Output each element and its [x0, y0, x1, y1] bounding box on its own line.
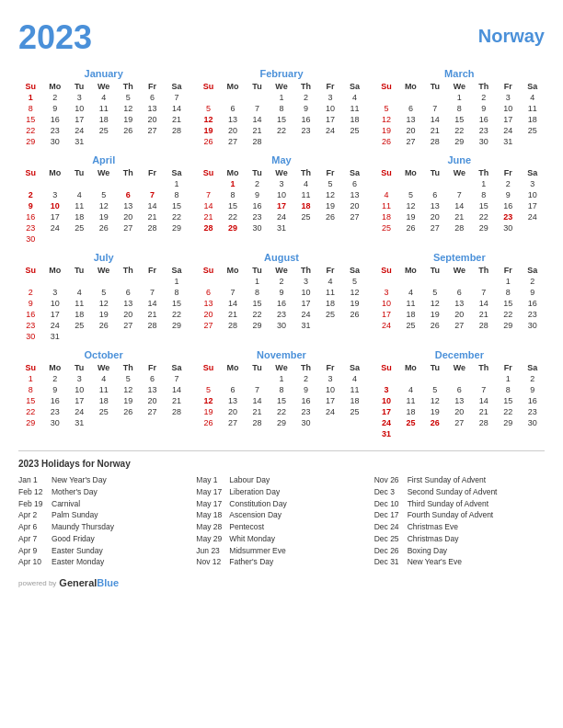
holiday-col-3: Nov 26First Sunday of AdventDec 3Second … [374, 474, 545, 568]
holiday-date: Jan 1 [18, 474, 48, 486]
holiday-section: 2023 Holidays for Norway Jan 1New Year's… [18, 450, 545, 568]
holiday-date: May 17 [196, 498, 225, 510]
brand-label: GeneralBlue [59, 577, 119, 588]
holiday-col-1: Jan 1New Year's DayFeb 12Mother's DayFeb… [18, 474, 189, 568]
holiday-date: Apr 2 [18, 509, 48, 521]
holiday-date: Apr 7 [18, 533, 48, 545]
holiday-date: Dec 10 [374, 498, 404, 510]
month-table: SuMoTuWeThFrSa12345678910111213141516171… [374, 362, 545, 439]
holiday-name: Maundy Thursday [52, 521, 114, 533]
holiday-date: May 17 [196, 486, 225, 498]
holiday-name: Father's Day [229, 556, 273, 568]
holiday-name: Midsummer Eve [229, 545, 285, 557]
country-label: Norway [478, 18, 545, 47]
holiday-date: Dec 25 [374, 533, 404, 545]
holiday-item: Apr 6Maundy Thursday [18, 521, 189, 533]
month-table: SuMoTuWeThFrSa12345678910111213141516171… [18, 362, 189, 428]
footer: powered by GeneralBlue [18, 577, 545, 588]
holiday-name: Labour Day [229, 474, 270, 486]
month-block-march: MarchSuMoTuWeThFrSa123456789101112131415… [374, 68, 545, 147]
holiday-item: Nov 26First Sunday of Advent [374, 474, 545, 486]
month-table: SuMoTuWeThFrSa12345678910111213141516171… [18, 167, 189, 245]
holiday-name: Easter Sunday [52, 545, 103, 557]
holiday-item: Dec 25Christmas Day [374, 533, 545, 545]
holiday-date: May 18 [196, 509, 225, 521]
holiday-date: Jun 23 [196, 545, 225, 557]
month-block-december: DecemberSuMoTuWeThFrSa123456789101112131… [374, 349, 545, 439]
month-table: SuMoTuWeThFrSa12345678910111213141516171… [18, 81, 189, 147]
holiday-name: Christmas Eve [408, 521, 458, 533]
holiday-item: Dec 17Fourth Sunday of Advent [374, 509, 545, 521]
holiday-name: New Year's Eve [408, 556, 462, 568]
month-table: SuMoTuWeThFrSa12345678910111213141516171… [196, 265, 366, 331]
holiday-item: Jan 1New Year's Day [18, 474, 189, 486]
holiday-item: May 17Constitution Day [196, 498, 366, 510]
holiday-date: Dec 31 [374, 556, 404, 568]
month-table: SuMoTuWeThFrSa12345678910111213141516171… [374, 81, 545, 147]
holiday-item: Feb 12Mother's Day [18, 486, 189, 498]
holiday-name: Ascension Day [229, 509, 282, 521]
holiday-item: Apr 2Palm Sunday [18, 509, 189, 521]
month-title: August [196, 252, 366, 263]
powered-by-label: powered by [18, 579, 56, 587]
holiday-item: Dec 31New Year's Eve [374, 556, 545, 568]
year-label: 2023 [18, 18, 92, 57]
month-block-february: FebruarySuMoTuWeThFrSa123456789101112131… [196, 68, 366, 147]
month-block-september: SeptemberSuMoTuWeThFrSa12345678910111213… [374, 252, 545, 342]
holiday-date: May 28 [196, 521, 225, 533]
holiday-name: New Year's Day [52, 474, 107, 486]
holiday-item: Apr 10Easter Monday [18, 556, 189, 568]
holiday-name: Constitution Day [229, 498, 286, 510]
month-title: June [374, 154, 545, 165]
holiday-name: Christmas Day [408, 533, 459, 545]
month-table: SuMoTuWeThFrSa12345678910111213141516171… [196, 362, 366, 428]
month-block-july: JulySuMoTuWeThFrSa1234567891011121314151… [18, 252, 189, 342]
calendars-grid: JanuarySuMoTuWeThFrSa1234567891011121314… [18, 68, 545, 439]
holiday-name: Fourth Sunday of Advent [408, 509, 494, 521]
holiday-item: May 18Ascension Day [196, 509, 366, 521]
holiday-item: May 1Labour Day [196, 474, 366, 486]
holiday-name: Mother's Day [52, 486, 98, 498]
month-title: December [374, 349, 545, 360]
holiday-date: Nov 26 [374, 474, 404, 486]
holiday-item: Apr 7Good Friday [18, 533, 189, 545]
holiday-date: Apr 9 [18, 545, 48, 557]
month-block-november: NovemberSuMoTuWeThFrSa123456789101112131… [196, 349, 366, 439]
holiday-date: Nov 12 [196, 556, 225, 568]
month-block-october: OctoberSuMoTuWeThFrSa1234567891011121314… [18, 349, 189, 439]
month-title: November [196, 349, 366, 360]
holiday-name: Whit Monday [229, 533, 275, 545]
holiday-date: Dec 24 [374, 521, 404, 533]
month-table: SuMoTuWeThFrSa12345678910111213141516171… [374, 167, 545, 233]
holiday-columns: Jan 1New Year's DayFeb 12Mother's DayFeb… [18, 474, 545, 568]
month-table: SuMoTuWeThFrSa12345678910111213141516171… [374, 265, 545, 331]
month-block-january: JanuarySuMoTuWeThFrSa1234567891011121314… [18, 68, 189, 147]
holiday-name: First Sunday of Advent [408, 474, 487, 486]
holiday-item: May 29Whit Monday [196, 533, 366, 545]
holiday-date: May 1 [196, 474, 225, 486]
holiday-item: Feb 19Carnival [18, 498, 189, 510]
holiday-name: Third Sunday of Advent [408, 498, 488, 510]
holiday-name: Carnival [52, 498, 80, 510]
month-block-june: JuneSuMoTuWeThFrSa1234567891011121314151… [374, 154, 545, 245]
holiday-date: May 29 [196, 533, 225, 545]
holiday-item: Dec 26Boxing Day [374, 545, 545, 557]
holiday-name: Boxing Day [408, 545, 447, 557]
month-table: SuMoTuWeThFrSa12345678910111213141516171… [196, 167, 366, 233]
holiday-item: Nov 12Father's Day [196, 556, 366, 568]
month-title: May [196, 154, 366, 165]
holiday-date: Apr 10 [18, 556, 48, 568]
holiday-name: Easter Monday [52, 556, 104, 568]
month-table: SuMoTuWeThFrSa12345678910111213141516171… [196, 81, 366, 147]
month-block-april: AprilSuMoTuWeThFrSa123456789101112131415… [18, 154, 189, 245]
month-block-august: AugustSuMoTuWeThFrSa12345678910111213141… [196, 252, 366, 342]
holiday-item: Dec 10Third Sunday of Advent [374, 498, 545, 510]
holiday-date: Feb 12 [18, 486, 48, 498]
month-title: September [374, 252, 545, 263]
holiday-name: Good Friday [52, 533, 95, 545]
month-title: February [196, 68, 366, 79]
holiday-item: Apr 9Easter Sunday [18, 545, 189, 557]
holiday-date: Feb 19 [18, 498, 48, 510]
holiday-date: Dec 26 [374, 545, 404, 557]
holiday-item: May 17Liberation Day [196, 486, 366, 498]
